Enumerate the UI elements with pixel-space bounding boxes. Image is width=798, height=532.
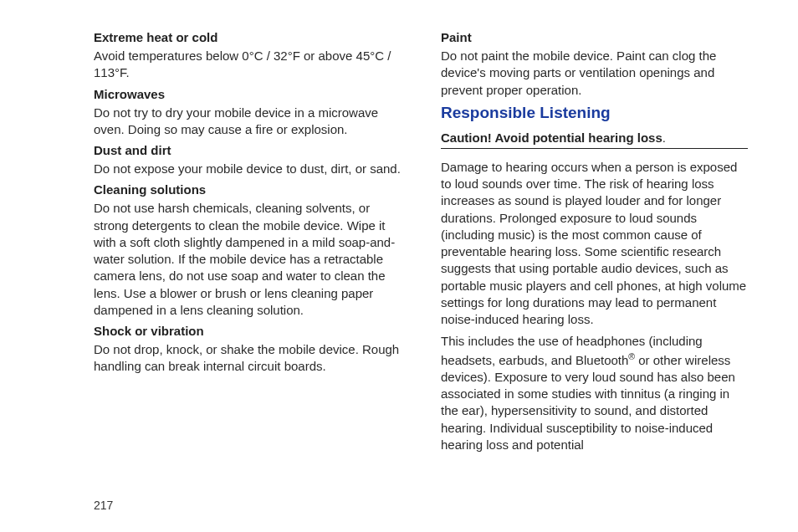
page-number: 217 [94, 499, 113, 512]
registered-mark-icon: ® [628, 351, 635, 361]
heading-cleaning-solutions: Cleaning solutions [94, 182, 401, 197]
heading-paint: Paint [441, 30, 748, 44]
caution-bold: Caution! Avoid potential hearing loss [441, 130, 662, 145]
caution-tail: . [662, 130, 666, 145]
left-column: Extreme heat or cold Avoid temperatures … [94, 25, 401, 515]
heading-extreme-heat: Extreme heat or cold [94, 30, 401, 44]
caution-hearing-loss: Caution! Avoid potential hearing loss. [441, 130, 748, 149]
body-paint: Do not paint the mobile device. Paint ca… [441, 48, 748, 99]
heading-microwaves: Microwaves [94, 87, 401, 101]
right-column: Paint Do not paint the mobile device. Pa… [441, 25, 748, 515]
body-cleaning-solutions: Do not use harsh chemicals, cleaning sol… [94, 200, 401, 319]
heading-dust-dirt: Dust and dirt [94, 143, 401, 157]
p2-part-b: or other wireless devices). Exposure to … [441, 353, 735, 452]
body-shock-vibration: Do not drop, knock, or shake the mobile … [94, 341, 401, 376]
page: Extreme heat or cold Avoid temperatures … [0, 0, 798, 532]
body-extreme-heat: Avoid temperatures below 0°C / 32°F or a… [94, 48, 401, 82]
section-responsible-listening: Responsible Listening [441, 104, 748, 122]
body-microwaves: Do not try to dry your mobile device in … [94, 105, 401, 139]
body-hearing-p1: Damage to hearing occurs when a person i… [441, 159, 748, 329]
heading-shock-vibration: Shock or vibration [94, 324, 401, 338]
body-hearing-p2: This includes the use of headphones (inc… [441, 333, 748, 453]
body-dust-dirt: Do not expose your mobile device to dust… [94, 161, 401, 177]
